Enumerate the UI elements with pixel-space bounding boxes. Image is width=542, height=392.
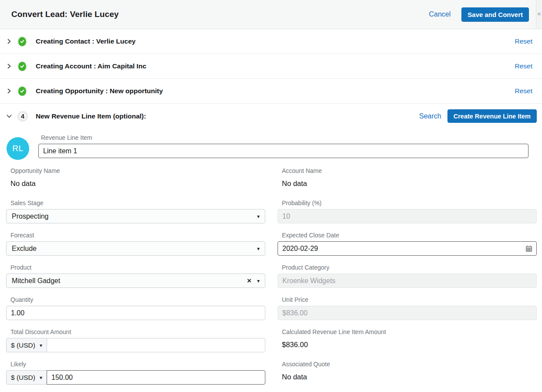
product-value: Mitchell Gadget (12, 277, 60, 285)
page-title: Convert Lead: Verlie Lucey (11, 10, 119, 19)
forecast-select[interactable]: Exclude ▾ (6, 241, 265, 256)
page-header: Convert Lead: Verlie Lucey Cancel Save a… (0, 0, 542, 29)
account-name-value: No data (282, 179, 537, 188)
field-label: Product (10, 264, 265, 271)
step-title: Creating Contact : Verlie Lucey (36, 37, 136, 45)
clear-icon[interactable]: × (247, 277, 251, 284)
reset-creating-contact-link[interactable]: Reset (515, 37, 533, 45)
chevron-right-icon (7, 63, 11, 69)
side-panel-rail: « (536, 0, 542, 29)
field-product-category: Product Category (278, 264, 537, 296)
field-label: Likely (10, 361, 265, 368)
save-and-convert-button[interactable]: Save and Convert (461, 7, 529, 22)
chevron-right-icon (7, 38, 11, 44)
forecast-value: Exclude (12, 245, 37, 253)
create-revenue-line-item-button[interactable]: Create Revenue Line Item (447, 109, 537, 123)
field-associated-quote: Associated Quote No data (278, 361, 537, 392)
record-name-row: RL Revenue Line Item (0, 128, 542, 160)
caret-down-icon: ▾ (257, 278, 260, 284)
field-label: Opportunity Name (10, 167, 265, 175)
field-label: Unit Price (282, 296, 537, 304)
field-account-name: Account Name No data (278, 167, 537, 199)
total-discount-amount-input[interactable] (47, 338, 265, 352)
revenue-line-item-label: Revenue Line Item (41, 134, 528, 142)
probability-input (278, 209, 537, 223)
step-row-revenue-line-item[interactable]: 4 New Revenue Line Item (optional): Sear… (0, 104, 542, 128)
step-number-badge: 4 (18, 112, 27, 121)
step-title: Creating Opportunity : New opportunity (36, 87, 163, 95)
product-select[interactable]: Mitchell Gadget × ▾ (6, 274, 265, 288)
revenue-line-item-input[interactable] (38, 144, 528, 158)
associated-quote-value: No data (282, 372, 537, 382)
sales-stage-select[interactable]: Prospecting ▾ (6, 209, 265, 223)
currency-value: $ (USD) (11, 341, 35, 349)
step-row-creating-opportunity[interactable]: Creating Opportunity : New opportunity R… (0, 79, 542, 104)
step-complete-icon (17, 86, 27, 96)
sales-stage-value: Prospecting (12, 213, 49, 220)
field-forecast: Forecast Exclude ▾ (6, 232, 265, 264)
field-product: Product Mitchell Gadget × ▾ (6, 264, 265, 296)
likely-currency-select[interactable]: $ (USD) ▾ (6, 370, 47, 385)
field-unit-price: Unit Price (278, 296, 537, 328)
field-total-discount-amount: Total Discount Amount $ (USD) ▾ (6, 328, 265, 361)
caret-down-icon: ▾ (40, 375, 42, 380)
expected-close-date-input[interactable] (278, 241, 537, 256)
caret-down-icon: ▾ (257, 214, 260, 219)
header-actions: Cancel Save and Convert (429, 7, 529, 22)
currency-value: $ (USD) (11, 374, 35, 382)
field-label: Quantity (10, 296, 265, 304)
field-probability: Probability (%) (278, 199, 537, 232)
step-complete-icon (17, 36, 27, 47)
step-title: New Revenue Line Item (optional): (36, 112, 146, 120)
field-label: Sales Stage (10, 199, 265, 207)
field-label: Probability (%) (282, 199, 537, 207)
unit-price-input (278, 306, 537, 320)
field-label: Account Name (282, 167, 537, 175)
reset-creating-account-link[interactable]: Reset (515, 62, 533, 70)
step-row-creating-account[interactable]: Creating Account : Aim Capital Inc Reset (0, 54, 542, 79)
convert-steps: Creating Contact : Verlie Lucey Reset Cr… (0, 29, 542, 128)
avatar: RL (7, 137, 29, 160)
fields-grid: Opportunity Name No data Account Name No… (6, 167, 537, 392)
opportunity-name-value: No data (10, 179, 265, 188)
collapse-panel-icon[interactable]: « (537, 10, 541, 29)
step4-actions: Search Create Revenue Line Item (419, 109, 537, 123)
field-quantity: Quantity (6, 296, 265, 328)
calculated-amount-value: $836.00 (282, 340, 537, 349)
chevron-right-icon (7, 88, 11, 94)
quantity-input[interactable] (6, 306, 265, 320)
chevron-down-icon (6, 114, 12, 118)
field-label: Expected Close Date (282, 232, 537, 239)
total-discount-currency-select[interactable]: $ (USD) ▾ (6, 338, 47, 352)
product-category-input (278, 274, 537, 288)
step-row-creating-contact[interactable]: Creating Contact : Verlie Lucey Reset (0, 29, 542, 54)
field-sales-stage: Sales Stage Prospecting ▾ (6, 199, 265, 232)
field-label: Associated Quote (282, 361, 537, 368)
field-calculated-amount: Calculated Revenue Line Item Amount $836… (278, 328, 537, 361)
calendar-icon[interactable] (525, 245, 532, 252)
step-title: Creating Account : Aim Capital Inc (36, 62, 146, 70)
field-opportunity-name: Opportunity Name No data (6, 167, 265, 199)
search-link[interactable]: Search (419, 112, 441, 120)
field-label: Total Discount Amount (10, 328, 265, 336)
field-expected-close-date: Expected Close Date (278, 232, 537, 264)
step-complete-icon (17, 61, 27, 71)
caret-down-icon: ▾ (257, 246, 260, 251)
caret-down-icon: ▾ (40, 343, 42, 348)
cancel-button[interactable]: Cancel (429, 10, 451, 18)
field-label: Product Category (282, 264, 537, 271)
field-label: Forecast (10, 232, 265, 239)
field-label: Calculated Revenue Line Item Amount (282, 328, 537, 336)
field-likely: Likely $ (USD) ▾ (6, 361, 265, 392)
revenue-line-item-form: RL Revenue Line Item Opportunity Name No… (0, 128, 542, 392)
reset-creating-opportunity-link[interactable]: Reset (515, 87, 533, 95)
likely-amount-input[interactable] (47, 370, 265, 385)
